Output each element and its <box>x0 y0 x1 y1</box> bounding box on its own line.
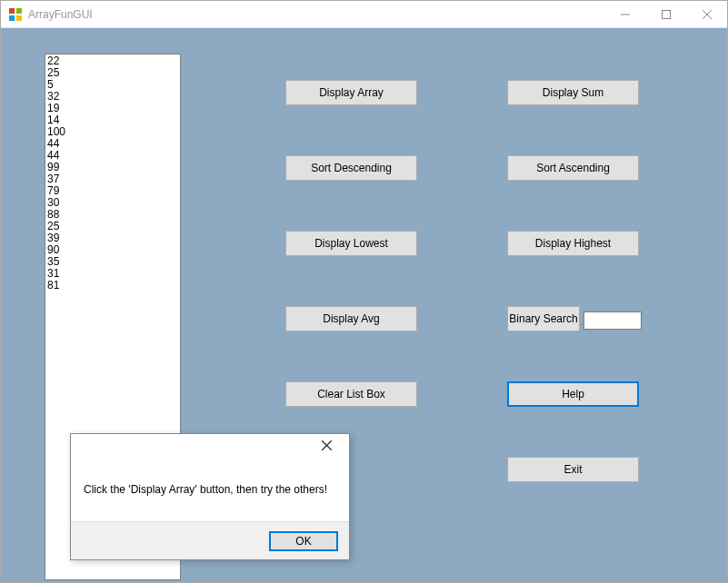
display-sum-button[interactable]: Display Sum <box>507 80 639 105</box>
help-button[interactable]: Help <box>507 381 639 407</box>
sort-descending-button[interactable]: Sort Descending <box>285 155 417 181</box>
svg-rect-0 <box>9 8 15 14</box>
window-title: ArrayFunGUI <box>28 8 604 21</box>
list-item[interactable]: 22 <box>47 55 178 67</box>
list-item[interactable]: 37 <box>47 173 178 185</box>
svg-rect-3 <box>16 15 22 21</box>
svg-rect-5 <box>662 10 670 18</box>
svg-rect-2 <box>9 15 15 21</box>
list-item[interactable]: 79 <box>47 185 178 197</box>
list-item[interactable]: 35 <box>47 256 178 268</box>
list-item[interactable]: 44 <box>47 150 178 162</box>
list-item[interactable]: 25 <box>47 67 178 79</box>
exit-button[interactable]: Exit <box>507 457 639 482</box>
display-avg-button[interactable]: Display Avg <box>285 306 417 331</box>
minimize-button[interactable] <box>604 1 645 27</box>
list-item[interactable]: 100 <box>47 126 178 138</box>
list-item[interactable]: 32 <box>47 91 178 103</box>
window-controls <box>604 1 727 27</box>
binary-search-button[interactable]: Binary Search <box>507 306 580 331</box>
client-area: 2225532191410044449937793088253990353181… <box>1 28 727 582</box>
dialog-close-button[interactable] <box>313 438 340 454</box>
sort-ascending-button[interactable]: Sort Ascending <box>507 155 639 181</box>
list-item[interactable]: 81 <box>47 280 178 292</box>
dialog-footer: OK <box>71 521 349 559</box>
list-item[interactable]: 90 <box>47 244 178 256</box>
binary-search-input[interactable] <box>583 311 642 330</box>
close-button[interactable] <box>686 1 727 27</box>
app-icon <box>8 7 23 22</box>
list-item[interactable]: 14 <box>47 114 178 126</box>
list-item[interactable]: 5 <box>47 79 178 91</box>
list-item[interactable]: 31 <box>47 268 178 280</box>
list-item[interactable]: 30 <box>47 197 178 209</box>
dialog-ok-button[interactable]: OK <box>269 531 338 551</box>
app-window: ArrayFunGUI 2225532191410044449937793088… <box>0 0 728 583</box>
list-item[interactable]: 39 <box>47 232 178 244</box>
list-item[interactable]: 19 <box>47 103 178 114</box>
list-item[interactable]: 25 <box>47 221 178 232</box>
message-dialog: Click the 'Display Array' button, then t… <box>70 433 350 560</box>
clear-list-box-button[interactable]: Clear List Box <box>285 381 417 407</box>
dialog-titlebar <box>71 434 349 458</box>
list-item[interactable]: 99 <box>47 162 178 173</box>
list-item[interactable]: 88 <box>47 209 178 221</box>
svg-rect-1 <box>16 8 22 14</box>
display-array-button[interactable]: Display Array <box>285 80 417 105</box>
display-highest-button[interactable]: Display Highest <box>507 231 639 256</box>
titlebar: ArrayFunGUI <box>1 1 727 28</box>
display-lowest-button[interactable]: Display Lowest <box>285 231 417 256</box>
list-item[interactable]: 44 <box>47 138 178 150</box>
maximize-button[interactable] <box>645 1 686 27</box>
dialog-message: Click the 'Display Array' button, then t… <box>71 458 349 521</box>
